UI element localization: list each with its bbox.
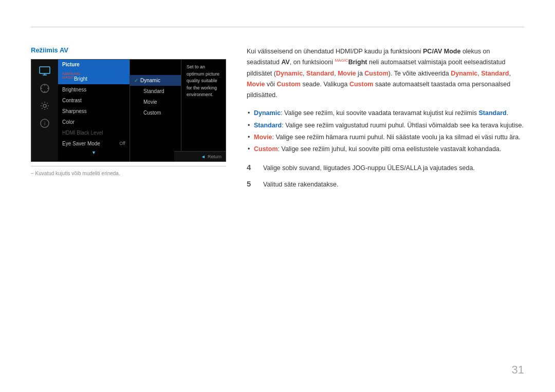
- bullet-text-standard: : Valige see režiim valgustatud ruumi pu…: [282, 122, 524, 129]
- osd-scroll-indicator: ▼: [58, 150, 130, 155]
- opt-standard: Standard: [306, 70, 334, 77]
- step-4-text: Valige sobiv suvand, liigutades JOG-nupp…: [263, 163, 475, 174]
- intro-bold-2: AV: [281, 59, 289, 66]
- step-5-text: Valitud säte rakendatakse.: [263, 179, 338, 190]
- bullet-bold-dynamic: Dynamic: [254, 109, 281, 117]
- monitor-osd: i Picture SAMSUNG MAGICBright Brightness…: [31, 59, 226, 162]
- bullet-end-dynamic: .: [507, 109, 508, 117]
- opt-movie: Movie: [338, 70, 356, 77]
- svg-point-8: [43, 104, 46, 107]
- osd-bottom-bar: ◄ Return: [174, 151, 226, 161]
- no-checkmark2: [134, 99, 141, 105]
- step-5: 5 Valitud säte rakendatakse.: [247, 179, 524, 190]
- osd-menu-item-sharpness[interactable]: Sharpness: [58, 106, 130, 117]
- osd-menu-item-contrast[interactable]: Contrast: [58, 95, 130, 106]
- opt-custom: Custom: [364, 70, 388, 77]
- act-standard: Standard: [481, 70, 509, 77]
- act-custom: Custom: [276, 81, 301, 88]
- act-dynamic: Dynamic: [451, 70, 477, 77]
- svg-rect-0: [40, 67, 50, 73]
- osd-icon-info: i: [35, 116, 54, 130]
- osd-menu-item-hdmi-black[interactable]: HDMI Black Level: [58, 127, 130, 138]
- section-title-text: Režiimis: [31, 46, 58, 54]
- osd-icon-adjust: [35, 81, 54, 96]
- right-column: Kui välisseisend on ühendatud HDMI/DP ka…: [247, 46, 524, 195]
- bullet-custom: Custom: Valige see režiim juhul, kui soo…: [247, 144, 524, 155]
- section-title: Režiimis AV: [31, 46, 226, 54]
- opt-dynamic: Dynamic: [276, 70, 303, 77]
- osd-tooltip: Set to an optimum picture quality suitab…: [181, 60, 226, 161]
- bullet-text-movie: : Valige see režiim hämara ruumi puhul. …: [272, 134, 520, 141]
- act-custom-2: Custom: [349, 81, 374, 88]
- bullet-standard: Standard: Valige see režiim valgustatud …: [247, 120, 524, 131]
- page-container: Režiimis AV: [0, 0, 555, 392]
- osd-icon-settings: [35, 99, 54, 113]
- step-4: 4 Valige sobiv suvand, liigutades JOG-nu…: [247, 163, 524, 174]
- step-4-number: 4: [247, 163, 255, 172]
- osd-sub-item-dynamic[interactable]: ✓ Dynamic: [130, 75, 181, 86]
- osd-icon-monitor: [35, 64, 54, 78]
- return-label: Return: [208, 154, 221, 159]
- magic-superscript: MAGIC: [335, 58, 348, 63]
- osd-sub-item-movie[interactable]: Movie: [130, 97, 181, 107]
- osd-sidebar: i: [31, 60, 58, 161]
- osd-main-menu: Picture SAMSUNG MAGICBright Brightness C…: [58, 60, 130, 161]
- osd-menu-header: Picture: [58, 60, 130, 69]
- bullet-text-custom: : Valige see režiim juhul, kui soovite p…: [278, 145, 502, 153]
- bullet-dynamic: Dynamic: Valige see režiim, kui soovite …: [247, 108, 524, 119]
- osd-sub-item-standard[interactable]: Standard: [130, 86, 181, 97]
- left-column: Režiimis AV: [31, 46, 226, 195]
- bullet-bold-movie: Movie: [254, 134, 272, 141]
- intro-paragraph: Kui välisseisend on ühendatud HDMI/DP ka…: [247, 46, 524, 101]
- osd-menu-item-magicbright[interactable]: SAMSUNG MAGICBright: [58, 69, 130, 84]
- intro-bold-1: PC/AV Mode: [423, 48, 460, 55]
- page-number: 31: [512, 363, 524, 377]
- bullet-movie: Movie: Valige see režiim hämara ruumi pu…: [247, 132, 524, 143]
- osd-menu-item-eye-saver[interactable]: Eye Saver Mode Off: [58, 138, 130, 149]
- bullet-bold-standard: Standard: [254, 122, 282, 129]
- no-checkmark3: [134, 110, 141, 116]
- osd-menu-item-brightness[interactable]: Brightness: [58, 84, 130, 95]
- no-checkmark: [134, 88, 141, 94]
- step-5-number: 5: [247, 179, 255, 188]
- bullet-list: Dynamic: Valige see režiim, kui soovite …: [247, 108, 524, 155]
- small-note: − Kuvatud kujutis võib mudeliti erineda.: [31, 166, 226, 176]
- bullet-ref-standard: Standard: [478, 109, 506, 117]
- osd-sub-item-custom[interactable]: Custom: [130, 107, 181, 118]
- bullet-text-dynamic: : Valige see režiim, kui soovite vaadata…: [281, 109, 478, 117]
- checkmark-icon: ✓: [134, 78, 138, 83]
- osd-menu-item-color[interactable]: Color: [58, 117, 130, 127]
- svg-text:i: i: [44, 121, 45, 126]
- top-divider: [31, 27, 524, 27]
- intro-bold-magic: Bright: [348, 59, 367, 66]
- bullet-bold-custom: Custom: [254, 145, 278, 153]
- act-movie: Movie: [247, 81, 265, 88]
- return-arrow-icon: ◄: [201, 154, 206, 159]
- osd-sub-menu: ✓ Dynamic Standard Movie Custom: [130, 60, 181, 161]
- section-title-link: AV: [60, 46, 68, 54]
